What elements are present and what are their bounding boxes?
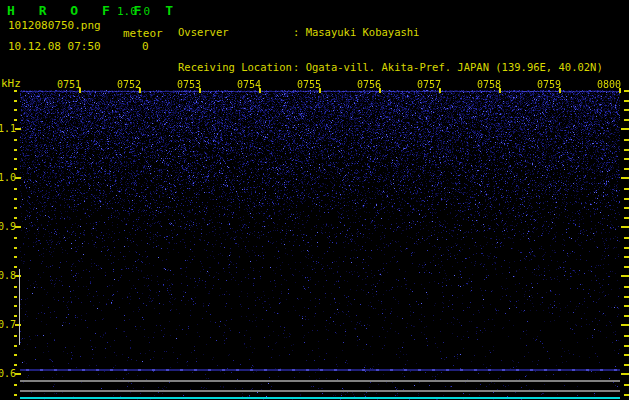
freq-minor-tick	[14, 256, 17, 258]
station-info-row: Ovserver: Masayuki Kobayashi	[178, 27, 603, 39]
freq-minor-tick	[14, 149, 17, 151]
freq-minor-tick	[14, 384, 17, 386]
freq-minor-tick	[14, 315, 17, 317]
time-tick	[379, 88, 381, 93]
output-filename: 1012080750.png	[8, 19, 101, 32]
freq-tick-label: 0.6	[0, 368, 16, 379]
station-info-label: Ovserver	[178, 27, 293, 39]
right-freq-major-tick	[621, 373, 629, 375]
hrofft-screen: H R O F F T 1.0.0 1012080750.png meteor …	[0, 0, 629, 400]
freq-minor-tick	[14, 217, 17, 219]
station-info-row: Receiving Location: Ogata-vill. Akita-Pr…	[178, 62, 603, 74]
freq-tick-label: 1.0	[0, 172, 16, 183]
freq-major-tick	[15, 226, 21, 228]
time-tick	[139, 88, 141, 93]
freq-minor-tick	[14, 100, 17, 102]
freq-major-tick	[15, 128, 21, 130]
app-version: 1.0.0	[117, 5, 150, 18]
spectrogram-noise	[20, 90, 620, 400]
right-freq-minor-tick	[624, 207, 629, 209]
right-freq-minor-tick	[624, 305, 629, 307]
baseline-cyan-line	[20, 397, 620, 399]
freq-minor-tick	[14, 305, 17, 307]
freq-tick-label: 1.1	[0, 123, 16, 134]
right-freq-minor-tick	[624, 198, 629, 200]
freq-minor-tick	[14, 158, 17, 160]
freq-minor-tick	[14, 266, 17, 268]
right-freq-major-tick	[621, 275, 629, 277]
freq-minor-tick	[14, 119, 17, 121]
time-tick	[439, 88, 441, 93]
right-freq-minor-tick	[624, 354, 629, 356]
freq-minor-tick	[14, 207, 17, 209]
right-freq-minor-tick	[624, 384, 629, 386]
right-freq-major-tick	[621, 177, 629, 179]
right-freq-minor-tick	[624, 109, 629, 111]
right-freq-minor-tick	[624, 158, 629, 160]
right-freq-minor-tick	[624, 296, 629, 298]
right-freq-major-tick	[621, 226, 629, 228]
freq-tick-label: 0.7	[0, 319, 16, 330]
left-marker-line	[19, 269, 20, 345]
app-title: H R O F F T	[7, 3, 181, 18]
freq-major-tick	[15, 373, 21, 375]
time-tick	[499, 88, 501, 93]
right-freq-minor-tick	[624, 335, 629, 337]
freq-minor-tick	[14, 335, 17, 337]
observation-datetime: 10.12.08 07:50	[8, 40, 101, 53]
right-freq-minor-tick	[624, 100, 629, 102]
freq-minor-tick	[14, 188, 17, 190]
right-freq-minor-tick	[624, 237, 629, 239]
freq-minor-tick	[14, 296, 17, 298]
freq-minor-tick	[14, 168, 17, 170]
right-freq-minor-tick	[624, 149, 629, 151]
station-info-label: Receiving Location	[178, 62, 293, 74]
level-scale-line-lower	[20, 390, 620, 392]
freq-minor-tick	[14, 364, 17, 366]
freq-minor-tick	[14, 237, 17, 239]
freq-minor-tick	[14, 394, 17, 396]
right-freq-minor-tick	[624, 345, 629, 347]
echo-count: 0	[142, 40, 149, 53]
time-tick	[79, 88, 81, 93]
freq-minor-tick	[14, 139, 17, 141]
khz-unit-label: kHz	[1, 77, 21, 90]
right-freq-minor-tick	[624, 266, 629, 268]
time-tick	[619, 88, 621, 93]
right-freq-major-tick	[621, 128, 629, 130]
time-tick	[259, 88, 261, 93]
freq-minor-tick	[14, 198, 17, 200]
freq-minor-tick	[14, 247, 17, 249]
freq-major-tick	[15, 275, 21, 277]
right-freq-minor-tick	[624, 247, 629, 249]
freq-minor-tick	[14, 345, 17, 347]
time-tick	[559, 88, 561, 93]
right-freq-minor-tick	[624, 119, 629, 121]
freq-minor-tick	[14, 286, 17, 288]
right-freq-minor-tick	[624, 315, 629, 317]
time-tick	[199, 88, 201, 93]
freq-minor-tick	[14, 90, 17, 92]
right-freq-minor-tick	[624, 188, 629, 190]
freq-tick-label: 0.9	[0, 221, 16, 232]
observation-mode: meteor	[123, 27, 163, 40]
level-trace-line	[20, 369, 620, 371]
freq-tick-label: 0.8	[0, 270, 16, 281]
freq-major-tick	[15, 324, 21, 326]
freq-minor-tick	[14, 354, 17, 356]
freq-minor-tick	[14, 109, 17, 111]
station-info-value: : Ogata-vill. Akita-Pref. JAPAN (139.96E…	[293, 62, 603, 74]
right-freq-minor-tick	[624, 139, 629, 141]
time-tick	[319, 88, 321, 93]
level-scale-line-upper	[20, 380, 620, 382]
right-freq-minor-tick	[624, 364, 629, 366]
right-freq-minor-tick	[624, 217, 629, 219]
right-freq-minor-tick	[624, 256, 629, 258]
right-freq-minor-tick	[624, 394, 629, 396]
right-freq-minor-tick	[624, 168, 629, 170]
right-freq-minor-tick	[624, 90, 629, 92]
freq-major-tick	[15, 177, 21, 179]
right-freq-major-tick	[621, 324, 629, 326]
station-info-value: : Masayuki Kobayashi	[293, 27, 419, 39]
right-freq-minor-tick	[624, 286, 629, 288]
